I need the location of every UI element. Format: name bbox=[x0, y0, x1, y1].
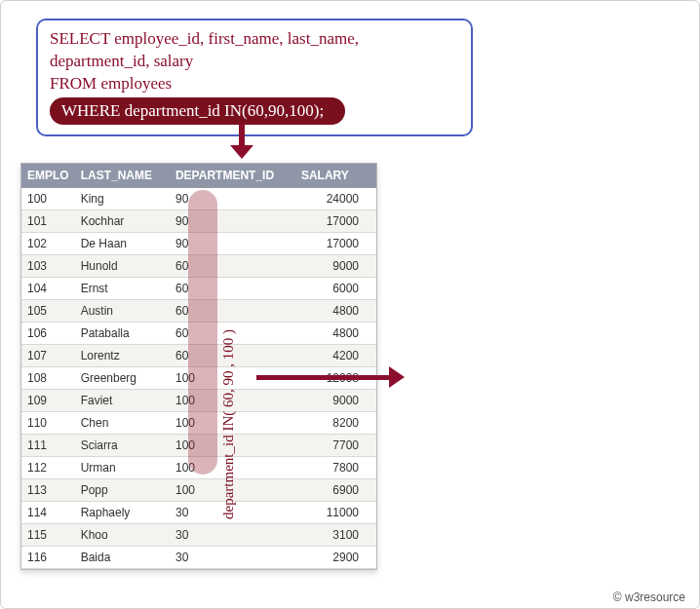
cell-emp: 104 bbox=[21, 278, 75, 300]
table-row: 113Popp1006900 bbox=[21, 479, 376, 502]
footer-credit: © w3resource bbox=[613, 590, 685, 604]
cell-last: Hunold bbox=[75, 255, 170, 278]
cell-last: De Haan bbox=[75, 233, 170, 255]
cell-sal: 9000 bbox=[295, 255, 376, 278]
cell-emp: 111 bbox=[21, 435, 75, 457]
cell-emp: 101 bbox=[21, 210, 75, 233]
table-header-row: EMPLO LAST_NAME DEPARTMENT_ID SALARY bbox=[21, 164, 376, 188]
cell-sal: 4800 bbox=[295, 300, 376, 323]
sql-select-line2: department_id, salary bbox=[50, 51, 459, 73]
table-row: 104Ernst606000 bbox=[21, 278, 376, 300]
cell-emp: 112 bbox=[21, 457, 75, 479]
cell-emp: 114 bbox=[21, 502, 75, 524]
cell-last: Urman bbox=[75, 457, 170, 479]
cell-emp: 109 bbox=[21, 390, 75, 412]
cell-sal: 4200 bbox=[295, 345, 376, 367]
cell-dept: 30 bbox=[170, 524, 295, 547]
cell-dept: 100 bbox=[170, 479, 295, 502]
cell-dept: 60 bbox=[170, 255, 295, 278]
table-row: 105Austin604800 bbox=[21, 300, 376, 323]
cell-dept: 100 bbox=[170, 435, 295, 457]
cell-emp: 116 bbox=[21, 547, 75, 569]
cell-sal: 24000 bbox=[295, 188, 376, 210]
cell-last: Greenberg bbox=[75, 367, 170, 390]
cell-dept: 90 bbox=[170, 210, 295, 233]
cell-dept: 90 bbox=[170, 233, 295, 255]
cell-sal: 2900 bbox=[295, 547, 376, 569]
arrow-right-icon bbox=[256, 366, 408, 396]
cell-emp: 115 bbox=[21, 524, 75, 547]
sql-query-box: SELECT employee_id, first_name, last_nam… bbox=[36, 19, 473, 136]
cell-sal: 17000 bbox=[295, 210, 376, 233]
cell-last: Kochhar bbox=[75, 210, 170, 233]
arrow-down-icon bbox=[227, 124, 256, 159]
cell-sal: 6900 bbox=[295, 479, 376, 502]
table-row: 107Lorentz604200 bbox=[21, 345, 376, 367]
cell-last: Austin bbox=[75, 300, 170, 323]
col-department-id: DEPARTMENT_ID bbox=[170, 164, 295, 188]
cell-sal: 7800 bbox=[295, 457, 376, 479]
cell-emp: 107 bbox=[21, 345, 75, 367]
cell-sal: 4800 bbox=[295, 323, 376, 345]
cell-last: Ernst bbox=[75, 278, 170, 300]
cell-sal: 7700 bbox=[295, 435, 376, 457]
cell-dept: 60 bbox=[170, 345, 295, 367]
table-row: 106Pataballa604800 bbox=[21, 323, 376, 345]
cell-emp: 113 bbox=[21, 479, 75, 502]
col-employee-id: EMPLO bbox=[21, 164, 75, 188]
cell-last: Popp bbox=[75, 479, 170, 502]
sql-where-pill: WHERE department_id IN(60,90,100); bbox=[50, 97, 345, 125]
cell-last: King bbox=[75, 188, 170, 210]
table-row: 111Sciarra1007700 bbox=[21, 435, 376, 457]
cell-last: Raphaely bbox=[75, 502, 170, 524]
cell-sal: 11000 bbox=[295, 502, 376, 524]
cell-sal: 17000 bbox=[295, 233, 376, 255]
table-row: 103Hunold609000 bbox=[21, 255, 376, 278]
cell-dept: 60 bbox=[170, 300, 295, 323]
cell-sal: 8200 bbox=[295, 412, 376, 435]
cell-dept: 30 bbox=[170, 502, 295, 524]
cell-sal: 6000 bbox=[295, 278, 376, 300]
cell-last: Faviet bbox=[75, 390, 170, 412]
table-row: 101Kochhar9017000 bbox=[21, 210, 376, 233]
col-salary: SALARY bbox=[295, 164, 376, 188]
cell-emp: 105 bbox=[21, 300, 75, 323]
cell-dept: 100 bbox=[170, 412, 295, 435]
cell-last: Baida bbox=[75, 547, 170, 569]
sql-from-line: FROM employees bbox=[50, 73, 459, 95]
table-row: 115Khoo303100 bbox=[21, 524, 376, 547]
cell-emp: 100 bbox=[21, 188, 75, 210]
table-row: 110Chen1008200 bbox=[21, 412, 376, 435]
table-row: 114Raphaely3011000 bbox=[21, 502, 376, 524]
cell-last: Sciarra bbox=[75, 435, 170, 457]
cell-dept: 90 bbox=[170, 188, 295, 210]
sql-select-line1: SELECT employee_id, first_name, last_nam… bbox=[50, 28, 459, 51]
cell-dept: 100 bbox=[170, 457, 295, 479]
cell-dept: 60 bbox=[170, 278, 295, 300]
cell-emp: 106 bbox=[21, 323, 75, 345]
cell-dept: 30 bbox=[170, 547, 295, 569]
cell-last: Lorentz bbox=[75, 345, 170, 367]
cell-last: Khoo bbox=[75, 524, 170, 547]
col-last-name: LAST_NAME bbox=[75, 164, 170, 188]
cell-last: Pataballa bbox=[75, 323, 170, 345]
table-row: 112Urman1007800 bbox=[21, 457, 376, 479]
cell-sal: 3100 bbox=[295, 524, 376, 547]
table-row: 100King9024000 bbox=[21, 188, 376, 210]
cell-last: Chen bbox=[75, 412, 170, 435]
table-row: 116Baida302900 bbox=[21, 547, 376, 569]
cell-emp: 103 bbox=[21, 255, 75, 278]
cell-emp: 102 bbox=[21, 233, 75, 255]
table-row: 102De Haan9017000 bbox=[21, 233, 376, 255]
cell-emp: 110 bbox=[21, 412, 75, 435]
cell-emp: 108 bbox=[21, 367, 75, 390]
cell-dept: 60 bbox=[170, 323, 295, 345]
